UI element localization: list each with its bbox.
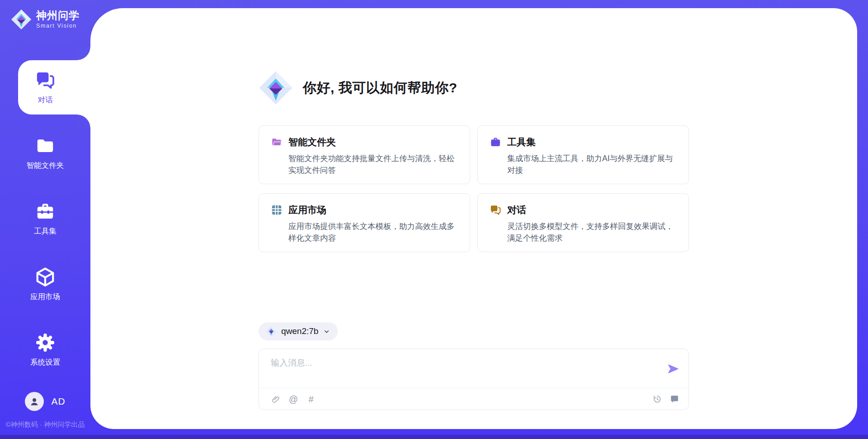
card-smart-folder[interactable]: 智能文件夹 智能文件夹功能支持批量文件上传与清洗，轻松实现文件问答 <box>259 125 470 184</box>
toolbox-icon <box>35 201 56 222</box>
toolbox-icon <box>490 136 501 148</box>
chat-square-icon[interactable] <box>670 394 679 404</box>
cube-icon <box>35 267 56 287</box>
main-panel: 你好, 我可以如何帮助你? 智能文件夹 智能文件夹功能支持批量文件上传与清洗，轻… <box>90 8 857 429</box>
sidebar-item-label: 系统设置 <box>30 358 60 367</box>
folder-icon <box>271 136 283 148</box>
message-composer: @ # <box>259 348 689 410</box>
brand-name: 神州问学 <box>36 10 80 21</box>
user-initials: AD <box>51 396 65 407</box>
greeting-text: 你好, 我可以如何帮助你? <box>303 79 458 97</box>
avatar <box>25 392 44 411</box>
sidebar-item-app-market[interactable]: 应用市场 <box>0 257 90 311</box>
card-chat[interactable]: 对话 灵活切换多模型文件，支持多样回复效果调试，满足个性化需求 <box>477 193 689 252</box>
folder-icon <box>35 135 56 156</box>
sidebar-nav: 对话 智能文件夹 工具集 应用市场 系统设置 <box>0 60 90 377</box>
brand: 神州问学 Smart Vision <box>11 9 80 30</box>
card-title: 工具集 <box>507 136 536 148</box>
bottom-edge-strip <box>0 435 868 439</box>
copyright-text: ©神州数码 · 神州问学出品 <box>0 420 90 429</box>
card-toolbox[interactable]: 工具集 集成市场上主流工具，助力AI与外界无缝扩展与对接 <box>477 125 689 184</box>
sidebar-item-label: 工具集 <box>34 226 57 236</box>
user-profile[interactable]: AD <box>0 392 90 411</box>
brand-diamond-icon <box>259 71 293 105</box>
send-button[interactable] <box>667 363 679 375</box>
mention-icon[interactable]: @ <box>288 394 298 404</box>
sidebar-item-label: 智能文件夹 <box>27 161 64 171</box>
brand-diamond-icon <box>11 9 32 30</box>
card-title: 智能文件夹 <box>288 136 336 148</box>
model-selector[interactable]: qwen2:7b <box>259 322 338 340</box>
brand-diamond-icon <box>266 326 277 337</box>
history-icon[interactable] <box>652 394 662 404</box>
model-name: qwen2:7b <box>281 326 318 336</box>
composer-toolbar: @ # <box>271 388 679 410</box>
card-description: 应用市场提供丰富长文本模板，助力高效生成多样化文章内容 <box>288 220 458 244</box>
sidebar-item-settings[interactable]: 系统设置 <box>0 323 90 377</box>
card-description: 智能文件夹功能支持批量文件上传与清洗，轻松实现文件问答 <box>288 153 458 177</box>
hashtag-icon[interactable]: # <box>306 394 316 404</box>
sidebar-item-label: 对话 <box>38 95 53 105</box>
main-content: 你好, 我可以如何帮助你? 智能文件夹 智能文件夹功能支持批量文件上传与清洗，轻… <box>259 8 689 429</box>
grid-icon <box>271 204 283 216</box>
card-description: 灵活切换多模型文件，支持多样回复效果调试，满足个性化需求 <box>507 220 677 244</box>
card-title: 对话 <box>507 204 526 216</box>
chat-icon <box>490 204 501 216</box>
brand-subtitle: Smart Vision <box>36 23 80 29</box>
send-icon <box>667 363 679 375</box>
sidebar-item-chat[interactable]: 对话 <box>0 60 90 115</box>
chevron-down-icon <box>323 328 330 335</box>
sidebar-item-toolbox[interactable]: 工具集 <box>0 191 90 246</box>
card-title: 应用市场 <box>288 204 326 216</box>
sidebar-item-smart-folder[interactable]: 智能文件夹 <box>0 126 90 180</box>
card-app-market[interactable]: 应用市场 应用市场提供丰富长文本模板，助力高效生成多样化文章内容 <box>259 193 470 252</box>
greeting: 你好, 我可以如何帮助你? <box>259 71 458 105</box>
shortcut-cards: 智能文件夹 智能文件夹功能支持批量文件上传与清洗，轻松实现文件问答 工具集 集成… <box>259 125 689 252</box>
message-input[interactable] <box>271 358 642 368</box>
card-description: 集成市场上主流工具，助力AI与外界无缝扩展与对接 <box>507 153 677 177</box>
sidebar-item-label: 应用市场 <box>30 292 60 302</box>
chat-icon <box>35 70 56 91</box>
sidebar: 神州问学 Smart Vision 对话 智能文件夹 工具集 应用市场 系统设置 <box>0 0 90 439</box>
attachment-icon[interactable] <box>271 394 281 404</box>
person-icon <box>28 396 40 407</box>
gear-icon <box>35 332 56 353</box>
